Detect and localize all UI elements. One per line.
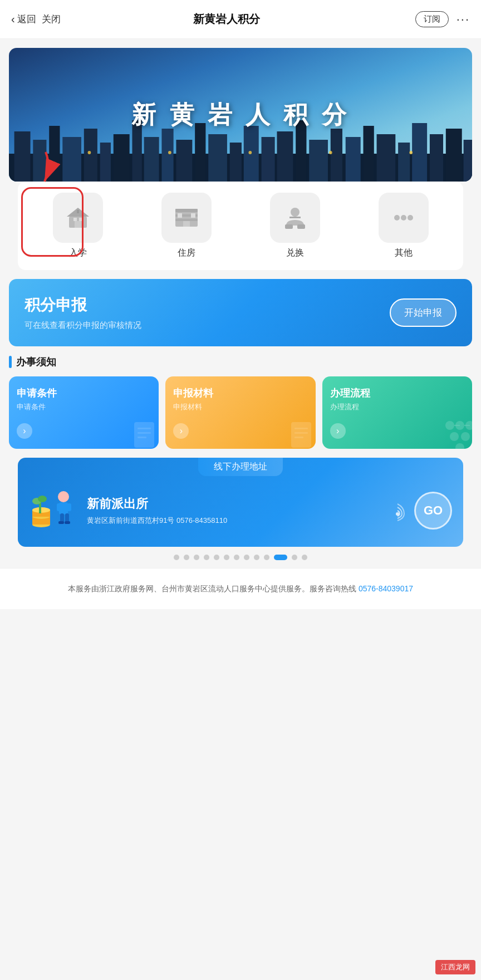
svg-point-31	[248, 151, 252, 154]
more-icon	[390, 204, 417, 231]
svg-point-79	[58, 491, 69, 502]
footer-phone-link[interactable]: 0576-84039017	[359, 584, 413, 593]
info-cards-row: 申请条件 申请条件 › 申报材料 申报材料 ›	[9, 376, 472, 449]
svg-rect-28	[464, 140, 472, 182]
svg-rect-37	[75, 221, 81, 228]
svg-rect-5	[84, 129, 97, 182]
svg-point-48	[291, 208, 300, 217]
materials-icon	[287, 420, 316, 449]
svg-rect-47	[191, 213, 195, 218]
svg-rect-51	[297, 224, 305, 229]
quick-item-ruxue[interactable]: 入学	[23, 193, 132, 259]
svg-rect-23	[377, 134, 396, 182]
svg-rect-82	[67, 503, 71, 511]
offline-address: 黄岩区新前街道西范村91号 0576-84358110	[87, 516, 381, 526]
svg-rect-39	[79, 218, 82, 221]
svg-rect-62	[295, 437, 303, 438]
svg-rect-12	[195, 123, 205, 182]
section-title: 办事须知	[16, 355, 56, 369]
document-icon	[130, 420, 159, 449]
signal-icon	[386, 499, 409, 522]
subscribe-button[interactable]: 订阅	[415, 11, 449, 27]
pagination-dot-11[interactable]	[274, 555, 287, 560]
pagination-dot-6[interactable]	[224, 555, 229, 560]
info-card-process[interactable]: 办理流程 办理流程 ›	[322, 376, 472, 449]
svg-rect-57	[138, 432, 151, 434]
back-button[interactable]: ‹ 返回	[11, 13, 36, 26]
svg-point-33	[409, 151, 413, 154]
pagination-dot-4[interactable]	[204, 555, 209, 560]
svg-rect-16	[262, 137, 275, 182]
info-card-materials[interactable]: 申报材料 申报材料 ›	[165, 376, 315, 449]
svg-rect-14	[230, 143, 242, 182]
back-arrow-icon: ‹	[11, 13, 15, 26]
svg-rect-6	[100, 143, 111, 182]
pagination-dot-3[interactable]	[194, 555, 199, 560]
pagination-dot-10[interactable]	[264, 555, 269, 560]
pagination-dot-5[interactable]	[214, 555, 219, 560]
more-button[interactable]: ···	[457, 12, 470, 27]
pagination-dot-1[interactable]	[174, 555, 179, 560]
quick-icon-box-zhufang	[161, 193, 212, 243]
housing-icon	[173, 204, 200, 231]
quick-item-qita[interactable]: 其他	[349, 193, 458, 259]
svg-rect-24	[398, 143, 410, 182]
points-card: 积分申报 可在线查看积分申报的审核情况 开始申报	[9, 279, 472, 346]
svg-rect-10	[161, 129, 173, 182]
section-header: 办事须知	[9, 355, 472, 369]
pagination-dot-8[interactable]	[244, 555, 249, 560]
pagination-dot-13[interactable]	[302, 555, 307, 560]
pagination-dot-7[interactable]	[234, 555, 239, 560]
svg-rect-7	[114, 134, 130, 182]
info-card-process-arrow: ›	[330, 423, 346, 439]
quick-label-zhufang: 住房	[178, 247, 195, 259]
info-card-conditions[interactable]: 申请条件 申请条件 ›	[9, 376, 159, 449]
hero-text: 新 黄 岩 人 积 分	[131, 99, 349, 131]
footer-text: 本服务由浙江政府服务网、台州市黄岩区流动人口服务中心提供服务。服务咨询热线 05…	[22, 582, 459, 596]
quick-icon-box-qita	[379, 193, 429, 243]
page-title: 新黄岩人积分	[38, 12, 415, 27]
pagination-dot-9[interactable]	[254, 555, 259, 560]
info-card-conditions-arrow: ›	[17, 423, 32, 439]
svg-rect-17	[277, 131, 293, 182]
info-card-materials-title: 申报材料 申报材料	[173, 386, 307, 412]
points-card-subtitle: 可在线查看积分申报的审核情况	[24, 320, 141, 331]
svg-point-66	[450, 432, 459, 441]
svg-point-68	[455, 443, 464, 449]
school-icon	[65, 204, 91, 231]
quick-items-row: 入学 住房	[23, 193, 458, 259]
quick-item-duihuan[interactable]: 兑换	[240, 193, 349, 259]
quick-label-ruxue: 入学	[69, 247, 87, 259]
svg-rect-9	[144, 137, 159, 182]
points-card-left: 积分申报 可在线查看积分申报的审核情况	[24, 295, 141, 331]
quick-label-qita: 其他	[395, 247, 413, 259]
pagination-dot-12[interactable]	[292, 555, 297, 560]
svg-rect-21	[346, 137, 361, 182]
red-arrow-annotation	[29, 149, 62, 187]
offline-content: 新前派出所 黄岩区新前街道西范村91号 0576-84358110 GO	[29, 486, 452, 536]
svg-rect-44	[175, 219, 198, 221]
svg-point-63	[445, 421, 454, 430]
quick-icon-box-duihuan	[270, 193, 320, 243]
footer: 本服务由浙江政府服务网、台州市黄岩区流动人口服务中心提供服务。服务咨询热线 05…	[0, 568, 481, 609]
pagination-dot-2[interactable]	[184, 555, 189, 560]
svg-rect-45	[183, 221, 190, 227]
svg-rect-84	[65, 513, 69, 522]
start-report-button[interactable]: 开始申报	[390, 298, 457, 327]
section-bar-icon	[9, 356, 12, 368]
svg-rect-27	[446, 129, 462, 182]
offline-section: 线下办理地址	[9, 458, 472, 547]
svg-rect-19	[309, 140, 328, 182]
go-button[interactable]: GO	[414, 492, 452, 530]
svg-rect-50	[285, 224, 293, 229]
hero-banner: 新 黄 岩 人 积 分	[9, 48, 472, 182]
svg-point-30	[168, 151, 171, 154]
svg-point-78	[38, 496, 47, 502]
svg-rect-40	[77, 210, 79, 213]
svg-rect-4	[62, 137, 81, 182]
quick-item-zhufang[interactable]: 住房	[132, 193, 240, 259]
quick-menu-container: 入学 住房	[9, 182, 472, 270]
info-card-conditions-title: 申请条件 申请条件	[17, 386, 151, 412]
pagination-dots	[0, 555, 481, 560]
quick-menu: 入学 住房	[18, 182, 463, 270]
